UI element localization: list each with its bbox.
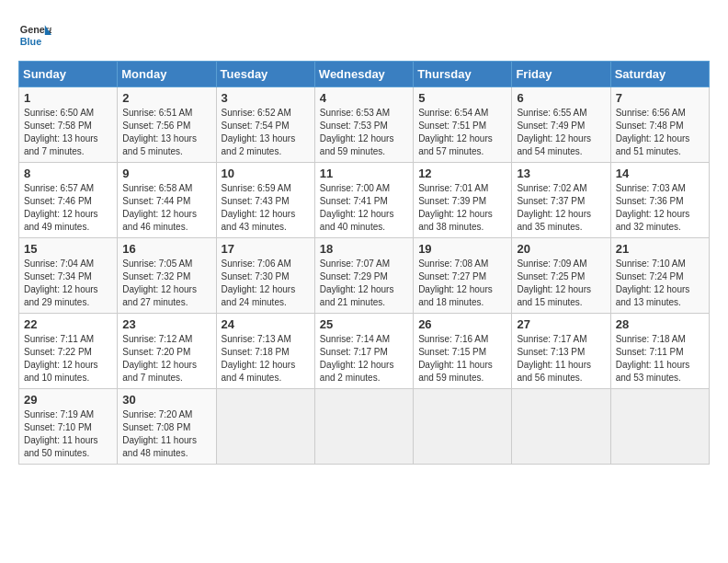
day-number: 3 [222, 91, 310, 105]
header-sunday: Sunday [19, 62, 118, 87]
header-thursday: Thursday [414, 62, 512, 87]
calendar-cell: 23Sunrise: 7:12 AM Sunset: 7:20 PM Dayli… [118, 314, 216, 389]
day-number: 7 [616, 91, 704, 105]
day-info: Sunrise: 7:13 AM Sunset: 7:18 PM Dayligh… [222, 333, 310, 385]
day-number: 5 [418, 91, 506, 105]
day-number: 4 [320, 91, 408, 105]
day-number: 6 [517, 91, 605, 105]
day-number: 23 [122, 317, 210, 331]
day-info: Sunrise: 6:50 AM Sunset: 7:58 PM Dayligh… [24, 107, 112, 158]
day-info: Sunrise: 7:06 AM Sunset: 7:30 PM Dayligh… [222, 258, 310, 309]
calendar-cell [610, 389, 709, 465]
calendar-week-1: 1Sunrise: 6:50 AM Sunset: 7:58 PM Daylig… [19, 87, 710, 163]
day-info: Sunrise: 7:18 AM Sunset: 7:11 PM Dayligh… [616, 333, 704, 385]
calendar-cell: 14Sunrise: 7:03 AM Sunset: 7:36 PM Dayli… [610, 163, 709, 238]
calendar-week-4: 22Sunrise: 7:11 AM Sunset: 7:22 PM Dayli… [19, 314, 710, 389]
header-friday: Friday [512, 62, 610, 87]
day-number: 12 [418, 167, 506, 180]
day-info: Sunrise: 6:53 AM Sunset: 7:53 PM Dayligh… [320, 107, 408, 158]
calendar-cell: 7Sunrise: 6:56 AM Sunset: 7:48 PM Daylig… [610, 87, 709, 163]
day-info: Sunrise: 6:55 AM Sunset: 7:49 PM Dayligh… [517, 107, 605, 158]
day-info: Sunrise: 7:09 AM Sunset: 7:25 PM Dayligh… [517, 258, 605, 309]
day-info: Sunrise: 6:52 AM Sunset: 7:54 PM Dayligh… [222, 107, 310, 158]
header-wednesday: Wednesday [314, 62, 413, 87]
calendar-cell: 5Sunrise: 6:54 AM Sunset: 7:51 PM Daylig… [414, 87, 512, 163]
calendar-cell: 22Sunrise: 7:11 AM Sunset: 7:22 PM Dayli… [19, 314, 118, 389]
calendar-cell: 11Sunrise: 7:00 AM Sunset: 7:41 PM Dayli… [314, 163, 413, 238]
day-info: Sunrise: 7:03 AM Sunset: 7:36 PM Dayligh… [616, 182, 704, 234]
day-info: Sunrise: 7:19 AM Sunset: 7:10 PM Dayligh… [24, 408, 112, 460]
calendar-cell: 16Sunrise: 7:05 AM Sunset: 7:32 PM Dayli… [118, 238, 216, 314]
day-info: Sunrise: 7:20 AM Sunset: 7:08 PM Dayligh… [122, 408, 210, 460]
day-info: Sunrise: 7:04 AM Sunset: 7:34 PM Dayligh… [24, 258, 112, 309]
day-number: 26 [418, 317, 506, 331]
calendar-cell: 6Sunrise: 6:55 AM Sunset: 7:49 PM Daylig… [512, 87, 610, 163]
day-number: 8 [24, 167, 112, 180]
day-number: 20 [517, 242, 605, 256]
calendar-week-5: 29Sunrise: 7:19 AM Sunset: 7:10 PM Dayli… [19, 389, 710, 465]
day-info: Sunrise: 6:56 AM Sunset: 7:48 PM Dayligh… [616, 107, 704, 158]
header: General Blue [18, 18, 710, 52]
calendar-cell: 27Sunrise: 7:17 AM Sunset: 7:13 PM Dayli… [512, 314, 610, 389]
day-info: Sunrise: 7:02 AM Sunset: 7:37 PM Dayligh… [517, 182, 605, 234]
day-info: Sunrise: 7:01 AM Sunset: 7:39 PM Dayligh… [418, 182, 506, 234]
day-info: Sunrise: 7:16 AM Sunset: 7:15 PM Dayligh… [418, 333, 506, 385]
calendar-cell: 8Sunrise: 6:57 AM Sunset: 7:46 PM Daylig… [19, 163, 118, 238]
day-info: Sunrise: 6:54 AM Sunset: 7:51 PM Dayligh… [418, 107, 506, 158]
day-number: 25 [320, 317, 408, 331]
day-number: 22 [24, 317, 112, 331]
calendar-cell: 19Sunrise: 7:08 AM Sunset: 7:27 PM Dayli… [414, 238, 512, 314]
day-info: Sunrise: 7:11 AM Sunset: 7:22 PM Dayligh… [24, 333, 112, 385]
day-info: Sunrise: 6:51 AM Sunset: 7:56 PM Dayligh… [122, 107, 210, 158]
day-number: 19 [418, 242, 506, 256]
day-number: 11 [320, 167, 408, 180]
calendar-cell: 24Sunrise: 7:13 AM Sunset: 7:18 PM Dayli… [216, 314, 314, 389]
calendar-cell: 28Sunrise: 7:18 AM Sunset: 7:11 PM Dayli… [610, 314, 709, 389]
day-number: 1 [24, 91, 112, 105]
day-number: 15 [24, 242, 112, 256]
day-info: Sunrise: 7:00 AM Sunset: 7:41 PM Dayligh… [320, 182, 408, 234]
calendar-cell: 13Sunrise: 7:02 AM Sunset: 7:37 PM Dayli… [512, 163, 610, 238]
calendar-cell: 17Sunrise: 7:06 AM Sunset: 7:30 PM Dayli… [216, 238, 314, 314]
calendar-cell: 15Sunrise: 7:04 AM Sunset: 7:34 PM Dayli… [19, 238, 118, 314]
day-number: 14 [616, 167, 704, 180]
calendar-cell: 20Sunrise: 7:09 AM Sunset: 7:25 PM Dayli… [512, 238, 610, 314]
calendar-cell: 26Sunrise: 7:16 AM Sunset: 7:15 PM Dayli… [414, 314, 512, 389]
day-number: 16 [122, 242, 210, 256]
calendar-cell: 9Sunrise: 6:58 AM Sunset: 7:44 PM Daylig… [118, 163, 216, 238]
day-info: Sunrise: 7:08 AM Sunset: 7:27 PM Dayligh… [418, 258, 506, 309]
day-info: Sunrise: 6:58 AM Sunset: 7:44 PM Dayligh… [122, 182, 210, 234]
day-number: 28 [616, 317, 704, 331]
calendar-cell: 18Sunrise: 7:07 AM Sunset: 7:29 PM Dayli… [314, 238, 413, 314]
day-number: 9 [122, 167, 210, 180]
header-monday: Monday [118, 62, 216, 87]
logo-icon: General Blue [18, 18, 51, 52]
calendar-table: SundayMondayTuesdayWednesdayThursdayFrid… [18, 61, 710, 465]
calendar-week-3: 15Sunrise: 7:04 AM Sunset: 7:34 PM Dayli… [19, 238, 710, 314]
day-number: 2 [122, 91, 210, 105]
day-number: 17 [222, 242, 310, 256]
calendar-cell: 1Sunrise: 6:50 AM Sunset: 7:58 PM Daylig… [19, 87, 118, 163]
calendar-cell: 29Sunrise: 7:19 AM Sunset: 7:10 PM Dayli… [19, 389, 118, 465]
day-number: 10 [222, 167, 310, 180]
logo: General Blue [18, 18, 51, 52]
calendar-cell: 30Sunrise: 7:20 AM Sunset: 7:08 PM Dayli… [118, 389, 216, 465]
calendar-cell: 4Sunrise: 6:53 AM Sunset: 7:53 PM Daylig… [314, 87, 413, 163]
day-info: Sunrise: 7:10 AM Sunset: 7:24 PM Dayligh… [616, 258, 704, 309]
day-info: Sunrise: 6:57 AM Sunset: 7:46 PM Dayligh… [24, 182, 112, 234]
calendar-cell: 3Sunrise: 6:52 AM Sunset: 7:54 PM Daylig… [216, 87, 314, 163]
day-info: Sunrise: 7:17 AM Sunset: 7:13 PM Dayligh… [517, 333, 605, 385]
calendar-week-2: 8Sunrise: 6:57 AM Sunset: 7:46 PM Daylig… [19, 163, 710, 238]
day-info: Sunrise: 7:14 AM Sunset: 7:17 PM Dayligh… [320, 333, 408, 385]
day-number: 24 [222, 317, 310, 331]
calendar-header-row: SundayMondayTuesdayWednesdayThursdayFrid… [19, 62, 710, 87]
day-number: 27 [517, 317, 605, 331]
header-saturday: Saturday [610, 62, 709, 87]
day-info: Sunrise: 7:07 AM Sunset: 7:29 PM Dayligh… [320, 258, 408, 309]
day-info: Sunrise: 7:12 AM Sunset: 7:20 PM Dayligh… [122, 333, 210, 385]
header-tuesday: Tuesday [216, 62, 314, 87]
calendar-cell [512, 389, 610, 465]
calendar-cell: 10Sunrise: 6:59 AM Sunset: 7:43 PM Dayli… [216, 163, 314, 238]
day-info: Sunrise: 6:59 AM Sunset: 7:43 PM Dayligh… [222, 182, 310, 234]
calendar-cell [216, 389, 314, 465]
